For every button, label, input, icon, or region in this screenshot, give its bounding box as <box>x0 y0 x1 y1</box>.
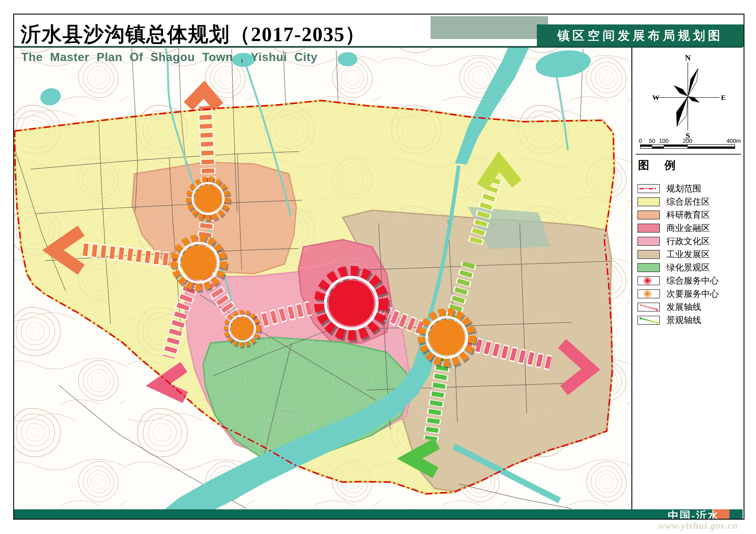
legend-swatch-fill <box>637 197 660 206</box>
legend-item-4: 商业金融区 <box>637 221 741 235</box>
bottom-bar <box>14 509 742 519</box>
map-svg <box>13 48 631 509</box>
page-title: 沂水县沙沟镇总体规划（2017-2035） <box>21 21 373 48</box>
scale-0: 0 <box>639 138 642 144</box>
legend-swatch-node <box>637 290 660 298</box>
legend-item-1: 规划范围 <box>637 182 741 195</box>
legend-label: 科研教育区 <box>666 209 710 221</box>
page-subtitle: The Master Plan Of Shagou Town , Yishui … <box>21 50 317 64</box>
legend-swatch-fill <box>637 237 660 246</box>
title-divider <box>14 46 742 48</box>
legend-swatch-fill <box>637 211 660 219</box>
panel-divider <box>631 48 632 509</box>
watermark-url: www.yishui.gov.cn <box>659 520 738 531</box>
legend-list: 规划范围综合居住区科研教育区商业金融区行政文化区工业发展区绿化景观区综合服务中心… <box>637 182 741 327</box>
plan-sheet: 沂水县沙沟镇总体规划（2017-2035） The Master Plan Of… <box>0 0 756 534</box>
legend-item-9: 次要服务中心 <box>637 287 741 300</box>
legend-item-10: 发展轴线 <box>637 300 741 314</box>
scale-400: 400m <box>727 138 741 144</box>
legend-item-5: 行政文化区 <box>637 235 741 248</box>
header-sage-block <box>431 16 548 39</box>
legend-swatch-fill <box>637 224 660 233</box>
legend-label: 发展轴线 <box>666 301 701 313</box>
legend-title: 图 例 <box>638 158 682 173</box>
scale-200: 200 <box>683 138 692 144</box>
legend-item-6: 工业发展区 <box>637 248 741 261</box>
pond <box>338 52 358 66</box>
development-axis-north <box>205 106 208 182</box>
compass-n: N <box>685 53 691 62</box>
legend-item-8: 综合服务中心 <box>637 274 741 287</box>
legend-label: 综合居住区 <box>666 196 710 208</box>
legend-label: 综合服务中心 <box>666 275 718 287</box>
legend-label: 商业金融区 <box>666 222 710 234</box>
compass-rose: N S W E <box>649 53 727 140</box>
legend-label: 景观轴线 <box>666 314 701 326</box>
legend-swatch-boundary <box>637 184 660 193</box>
legend-label: 规划范围 <box>666 183 701 194</box>
legend-swatch-node <box>637 276 660 285</box>
map-area <box>13 48 631 509</box>
scale-bar: 0 50 100 200 400m <box>636 138 742 152</box>
legend-item-7: 绿化景观区 <box>637 261 741 274</box>
legend-label: 工业发展区 <box>666 248 710 260</box>
compass-e: E <box>721 93 726 101</box>
map-name-label: 镇区空间发展布局规划图 <box>557 28 723 44</box>
legend-swatch-fill <box>637 250 660 259</box>
map-name-banner: 镇区空间发展布局规划图 <box>537 24 743 47</box>
legend-item-3: 科研教育区 <box>637 208 741 221</box>
compass-w: W <box>652 93 659 101</box>
scale-100: 100 <box>659 138 668 144</box>
scale-bar-segments <box>640 145 735 148</box>
legend-swatch-fill <box>637 263 660 272</box>
legend-item-2: 综合居住区 <box>637 195 741 208</box>
legend-label: 绿化景观区 <box>666 262 710 273</box>
legend-item-11: 景观轴线 <box>637 314 741 327</box>
legend-label: 次要服务中心 <box>666 288 718 300</box>
legend-swatch-axis <box>637 316 660 325</box>
legend-panel: N S W E 0 50 100 200 400m <box>631 48 743 509</box>
scale-50: 50 <box>649 138 655 144</box>
panel-separator <box>635 154 741 155</box>
legend-label: 行政文化区 <box>666 235 710 247</box>
legend-swatch-axis <box>637 303 660 312</box>
